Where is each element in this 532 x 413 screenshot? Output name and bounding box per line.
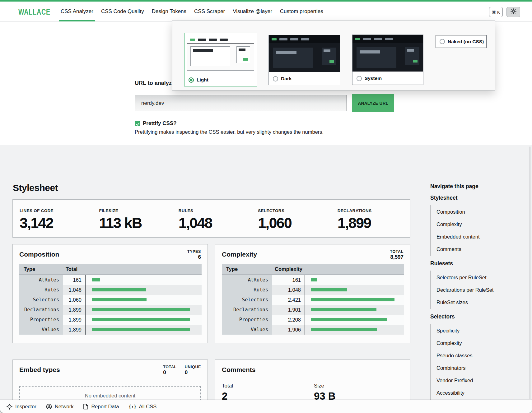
radio-light[interactable]	[189, 77, 194, 83]
toolbar-tab-network[interactable]: Network	[46, 404, 74, 410]
bar-cell	[305, 285, 404, 295]
nav-item-css-analyzer[interactable]: CSS Analyzer	[61, 2, 93, 21]
value-cell: 1,060	[63, 295, 86, 305]
toolbar-tab-report-data[interactable]: Report Data	[83, 404, 119, 410]
page-nav-link-combinators[interactable]: Combinators	[436, 362, 527, 374]
network-icon	[46, 404, 52, 410]
radio-dark[interactable]	[273, 76, 278, 81]
toolbar-tab-label: Inspector	[15, 404, 36, 410]
page-nav-title: Navigate this page	[430, 183, 527, 190]
bar-cell	[86, 275, 202, 285]
page-nav-heading[interactable]: Selectors	[430, 313, 527, 320]
bottom-toolbar: InspectorNetworkReport Data{:}All CSS	[0, 400, 532, 413]
nav-item-custom-properties[interactable]: Custom properties	[280, 2, 323, 21]
page-nav-section-selectors: SelectorsSpecificityComplexityPseudo cla…	[430, 313, 527, 400]
bar-cell	[86, 305, 202, 315]
page-nav-link-embedded-content[interactable]: Embedded content	[436, 230, 527, 243]
page-nav-link-ruleset-sizes[interactable]: RuleSet sizes	[436, 296, 527, 309]
value-bar	[92, 288, 146, 291]
stat-declarations: DECLARATIONS1,899	[331, 200, 410, 237]
value-cell: 161	[63, 275, 86, 285]
table-row: Declarations1,901	[222, 305, 404, 315]
toolbar-tab-inspector[interactable]: Inspector	[7, 404, 36, 410]
embed-types-title: Embed types	[19, 366, 60, 374]
stat-value: 1,060	[258, 214, 330, 231]
embed-meta-total: TOTAL0	[163, 365, 177, 376]
value-bar	[311, 288, 347, 291]
value-bar	[311, 308, 376, 311]
toolbar-tab-all-css[interactable]: {:}All CSS	[128, 404, 156, 410]
value-bar	[311, 328, 377, 331]
nav-item-css-scraper[interactable]: CSS Scraper	[194, 2, 225, 21]
theme-option-naked[interactable]: Naked (no CSS)	[436, 35, 487, 48]
page-nav-heading[interactable]: Stylesheet	[430, 195, 527, 201]
page-nav-section-stylesheet: StylesheetCompositionComplexityEmbedded …	[430, 195, 527, 256]
table-row: Declarations1,899	[19, 305, 202, 315]
bar-cell	[305, 295, 404, 305]
composition-title: Composition	[19, 251, 59, 258]
nav-item-design-tokens[interactable]: Design Tokens	[152, 2, 186, 21]
theme-option-system[interactable]: System	[352, 35, 423, 85]
bar-cell	[305, 305, 404, 315]
page-nav-heading[interactable]: Rulesets	[430, 260, 527, 267]
composition-meta-value: 6	[187, 254, 201, 260]
url-label: URL to analyze	[135, 80, 175, 86]
stat-lines-of-code: LINES OF CODE3,142	[13, 200, 92, 237]
command-palette-button[interactable]: ⌘ K	[489, 7, 503, 17]
page-nav-link-comments[interactable]: Comments	[436, 243, 527, 255]
comments-total-label: Total	[222, 383, 233, 389]
page-nav-link-complexity[interactable]: Complexity	[436, 337, 527, 349]
preview-nav-chip	[198, 39, 206, 41]
scrollbar[interactable]	[530, 146, 530, 399]
stat-value: 113 kB	[99, 214, 171, 231]
bar-cell	[305, 275, 404, 285]
stat-label: LINES OF CODE	[20, 208, 92, 213]
stat-value: 1,899	[338, 214, 410, 231]
type-cell: Declarations	[19, 305, 63, 315]
stat-filesize: FILESIZE113 kB	[92, 200, 171, 237]
type-cell: Declarations	[222, 305, 272, 315]
page-nav-link-pseudo-classes[interactable]: Pseudo classes	[436, 349, 527, 362]
analyze-url-button[interactable]: ANALYZE URL	[352, 94, 394, 112]
embed-meta-unique: UNIQUE0	[185, 365, 201, 376]
prettify-checkbox[interactable]	[135, 121, 140, 126]
page-nav-link-selectors-per-ruleset[interactable]: Selectors per RuleSet	[436, 271, 527, 284]
url-input[interactable]	[135, 95, 347, 111]
page-nav-link-accessibility[interactable]: Accessibility	[436, 387, 527, 399]
composition-meta-label: TYPES	[187, 249, 201, 254]
page-nav-link-vendor-prefixed[interactable]: Vendor Prefixed	[436, 374, 527, 387]
table-row: Selectors1,060	[19, 295, 202, 305]
light-theme-preview	[187, 36, 254, 71]
bar-cell	[86, 325, 202, 335]
stat-label: SELECTORS	[258, 208, 330, 213]
value-cell: 1,899	[63, 325, 86, 335]
bar-cell	[86, 285, 202, 295]
page-nav-link-complexity[interactable]: Complexity	[436, 218, 527, 230]
value-bar	[92, 308, 190, 311]
nav-item-visualize-layer[interactable]: Visualize @layer	[233, 2, 272, 21]
theme-toggle-button[interactable]	[506, 7, 520, 17]
radio-system[interactable]	[357, 76, 362, 81]
page-nav-link-composition[interactable]: Composition	[436, 206, 527, 218]
bar-cell	[305, 325, 404, 335]
theme-option-dark[interactable]: Dark	[268, 35, 340, 85]
toolbar-tab-label: All CSS	[139, 404, 156, 410]
page-nav-link-declarations-per-ruleset[interactable]: Declarations per RuleSet	[436, 284, 527, 296]
theme-option-light[interactable]: Light	[184, 33, 257, 86]
value-bar	[311, 318, 387, 321]
value-cell: 1,899	[63, 305, 86, 315]
wallace-logo[interactable]: WALLACE	[18, 7, 50, 17]
theme-option-label: Light	[197, 77, 208, 83]
page-title: Stylesheet	[13, 183, 58, 193]
radio-naked[interactable]	[440, 39, 445, 44]
main-nav: CSS AnalyzerCSS Code QualityDesign Token…	[61, 2, 323, 21]
value-cell: 161	[272, 275, 305, 285]
system-theme-preview	[352, 35, 423, 72]
nav-item-css-code-quality[interactable]: CSS Code Quality	[101, 2, 144, 21]
page-nav-link-specificity[interactable]: Specificity	[436, 324, 527, 337]
composition-panel: Composition TYPES 6 Type Total AtRules16…	[12, 244, 208, 343]
complexity-table: Type Complexity AtRules161Rules1,048Sele…	[222, 264, 404, 335]
table-row: Properties2,208	[222, 315, 404, 325]
comments-size-label: Size	[314, 383, 336, 389]
theme-menu: Light Dark	[172, 21, 495, 90]
